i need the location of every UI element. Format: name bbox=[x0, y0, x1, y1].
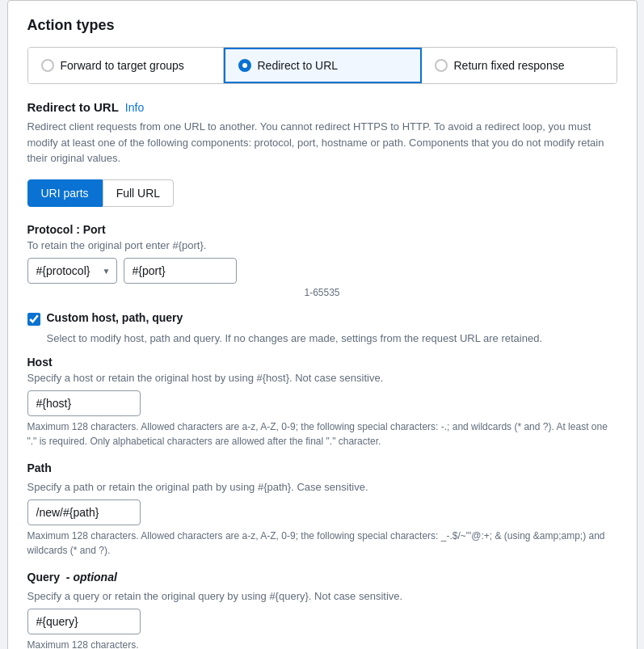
host-label: Host bbox=[27, 356, 617, 369]
query-hint: Specify a query or retain the original q… bbox=[27, 590, 617, 602]
custom-host-checkbox[interactable] bbox=[27, 313, 40, 326]
protocol-port-label: Protocol : Port bbox=[27, 223, 617, 236]
info-link[interactable]: Info bbox=[125, 101, 144, 114]
query-char-hint: Maximum 128 characters. bbox=[27, 638, 617, 650]
query-input[interactable] bbox=[27, 609, 141, 634]
protocol-select-wrapper: #{protocol} HTTPS HTTP ▼ bbox=[27, 258, 117, 284]
radio-fixed bbox=[435, 59, 448, 72]
action-option-redirect[interactable]: Redirect to URL bbox=[224, 48, 422, 83]
path-hint: Specify a path or retain the original pa… bbox=[27, 481, 617, 493]
tab-full-url[interactable]: Full URL bbox=[103, 179, 174, 207]
query-group: Query - optional Specify a query or reta… bbox=[27, 571, 617, 650]
path-label-row: Path bbox=[27, 461, 617, 478]
action-option-fixed-label: Return fixed response bbox=[454, 59, 565, 72]
path-input[interactable] bbox=[27, 499, 141, 525]
action-option-forward-label: Forward to target groups bbox=[61, 59, 184, 72]
custom-host-label: Custom host, path, query bbox=[47, 311, 183, 324]
main-card: Action types Forward to target groups Re… bbox=[7, 0, 638, 649]
redirect-description: Redirect client requests from one URL to… bbox=[27, 119, 617, 166]
action-option-fixed[interactable]: Return fixed response bbox=[422, 48, 617, 83]
query-optional-label: - optional bbox=[63, 571, 117, 584]
radio-forward bbox=[41, 59, 54, 72]
host-char-hint: Maximum 128 characters. Allowed characte… bbox=[27, 419, 617, 449]
host-group: Host Specify a host or retain the origin… bbox=[27, 356, 617, 449]
custom-host-checkbox-row: Custom host, path, query bbox=[27, 311, 617, 326]
path-char-hint: Maximum 128 characters. Allowed characte… bbox=[27, 529, 617, 558]
query-label: Query bbox=[27, 571, 60, 584]
query-label-row: Query - optional bbox=[27, 571, 617, 587]
subsection-title: Redirect to URL bbox=[27, 100, 119, 114]
protocol-port-group: Protocol : Port To retain the original p… bbox=[27, 223, 617, 298]
tabs-row: URI parts Full URL bbox=[27, 179, 617, 207]
action-option-forward[interactable]: Forward to target groups bbox=[28, 48, 224, 83]
custom-host-desc: Select to modify host, path and query. I… bbox=[47, 332, 617, 344]
path-label: Path bbox=[27, 461, 52, 474]
protocol-select[interactable]: #{protocol} HTTPS HTTP bbox=[27, 258, 117, 284]
tab-uri-parts[interactable]: URI parts bbox=[27, 179, 103, 207]
action-types-row: Forward to target groups Redirect to URL… bbox=[27, 47, 617, 84]
section-title: Action types bbox=[27, 17, 617, 34]
protocol-port-row: #{protocol} HTTPS HTTP ▼ bbox=[27, 258, 617, 284]
radio-redirect bbox=[238, 59, 251, 72]
port-range-hint: 1-65535 bbox=[27, 287, 617, 298]
action-option-redirect-label: Redirect to URL bbox=[258, 59, 339, 72]
protocol-hint: To retain the original port enter #{port… bbox=[27, 239, 617, 251]
port-input[interactable] bbox=[124, 258, 237, 284]
subsection-header: Redirect to URL Info bbox=[27, 100, 617, 114]
path-group: Path Specify a path or retain the origin… bbox=[27, 461, 617, 558]
host-hint: Specify a host or retain the original ho… bbox=[27, 372, 617, 384]
host-input[interactable] bbox=[27, 390, 141, 416]
